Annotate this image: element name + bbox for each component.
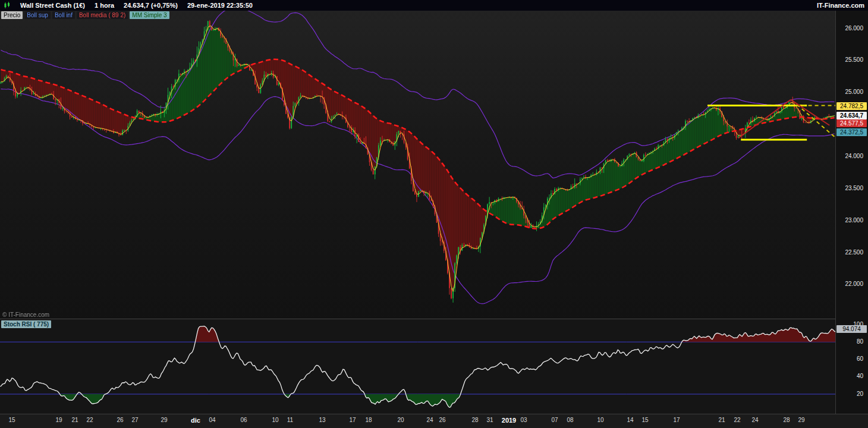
stoch-axis-label: 40 xyxy=(836,373,863,379)
legend-item-mm-simple[interactable]: MM Simple 3 xyxy=(130,11,169,19)
price-chart-panel: PrecioBoll supBoll infBoll media ( 89 2)… xyxy=(0,11,835,319)
time-axis-label: 29 xyxy=(161,417,167,423)
time-axis-label: 15 xyxy=(641,417,648,423)
titlebar: Wall Street Cash (1€) 1 hora 24.634,7 (+… xyxy=(0,0,868,11)
price-axis-label: 25.500 xyxy=(836,56,863,63)
legend-item-boll-inf[interactable]: Boll inf xyxy=(52,11,75,19)
time-axis-label: 21 xyxy=(71,417,78,423)
timeframe-label: 1 hora xyxy=(95,2,114,9)
price-axis-label: 23.000 xyxy=(836,217,863,224)
brand-link[interactable]: IT-Finance.com xyxy=(817,2,864,9)
last-price: 24.634,7 xyxy=(124,2,149,9)
price-axis-label: 23.500 xyxy=(836,185,863,191)
time-axis[interactable]: 15192122262729dic04061011131718202426283… xyxy=(0,414,868,428)
legend-item-boll-media[interactable]: Boll media ( 89 2) xyxy=(77,11,128,19)
legend-item-boll-sup[interactable]: Boll sup xyxy=(24,11,51,19)
time-axis-label: 13 xyxy=(319,417,325,423)
time-axis-label: 08 xyxy=(567,417,573,423)
time-axis-label: 20 xyxy=(397,417,404,423)
price-axis-label: 24.000 xyxy=(836,153,863,159)
stoch-axis-label: 80 xyxy=(836,338,863,345)
time-axis-label: 26 xyxy=(117,417,123,423)
time-axis-label: 06 xyxy=(240,417,247,423)
price-tag: 24.372,5 xyxy=(836,128,867,136)
price-axis-label: 22.500 xyxy=(836,249,863,256)
instrument-name: Wall Street Cash (1€) xyxy=(20,2,85,9)
candlestick-chart-icon xyxy=(4,2,11,9)
indicator-legend: PrecioBoll supBoll infBoll media ( 89 2)… xyxy=(1,11,169,19)
legend-item-precio[interactable]: Precio xyxy=(1,11,23,19)
price-axis-label: 22.000 xyxy=(836,281,863,287)
time-axis-label: 15 xyxy=(8,417,15,423)
price-tag: 24.782,5 xyxy=(836,102,867,110)
price-axis[interactable]: 26.00025.50025.00024.50024.00023.50023.0… xyxy=(835,11,868,414)
time-axis-label: 21 xyxy=(718,417,725,423)
watermark: © IT-Finance.com xyxy=(2,311,49,318)
time-axis-label: dic xyxy=(191,417,200,424)
time-axis-label: 28 xyxy=(471,417,478,423)
stoch-rsi-canvas[interactable] xyxy=(0,319,835,414)
time-axis-label: 07 xyxy=(551,417,558,423)
price-axis-label: 25.000 xyxy=(836,89,863,95)
time-axis-label: 27 xyxy=(131,417,138,423)
price-tag: 24.577,5 xyxy=(836,119,867,127)
time-axis-label: 10 xyxy=(597,417,603,423)
time-axis-label: 24 xyxy=(426,417,433,423)
time-axis-label: 03 xyxy=(520,417,527,423)
stoch-axis-label: 20 xyxy=(836,391,863,397)
price-chart-canvas[interactable] xyxy=(0,11,835,319)
quote-datetime: 29-ene-2019 22:35:50 xyxy=(187,2,253,9)
time-axis-label: 17 xyxy=(349,417,356,423)
stoch-rsi-label[interactable]: Stoch RSI ( 775) xyxy=(1,320,51,328)
time-axis-label: 24 xyxy=(751,417,758,423)
stoch-value-tag: 94.074 xyxy=(836,325,867,333)
price-tag: 24.634,7 xyxy=(836,112,867,119)
time-axis-label: 22 xyxy=(734,417,740,423)
time-axis-label: 28 xyxy=(783,417,790,423)
price-change: (+0,75%) xyxy=(151,2,178,9)
time-axis-label: 14 xyxy=(627,417,633,423)
time-axis-label: 17 xyxy=(673,417,680,423)
time-axis-label: 04 xyxy=(209,417,215,423)
time-axis-label: 31 xyxy=(486,417,493,423)
last-price-change: 24.634,7 (+0,75%) xyxy=(124,2,178,9)
price-axis-label: 26.000 xyxy=(836,25,863,32)
stoch-axis-label: 60 xyxy=(836,355,863,362)
time-axis-label: 19 xyxy=(55,417,62,423)
time-axis-label: 2019 xyxy=(502,417,516,424)
time-axis-label: 11 xyxy=(287,417,293,423)
time-axis-label: 18 xyxy=(365,417,372,423)
time-axis-label: 22 xyxy=(86,417,93,423)
time-axis-label: 29 xyxy=(798,417,804,423)
stoch-rsi-panel: Stoch RSI ( 775) xyxy=(0,319,835,414)
chart-window: Wall Street Cash (1€) 1 hora 24.634,7 (+… xyxy=(0,0,868,428)
time-axis-label: 10 xyxy=(272,417,278,423)
time-axis-label: 26 xyxy=(439,417,445,423)
